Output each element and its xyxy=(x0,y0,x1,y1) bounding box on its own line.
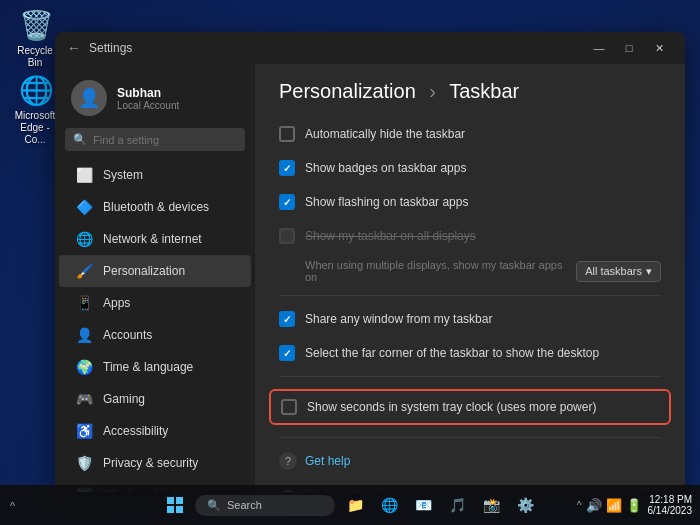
setting-show-seconds: Show seconds in system tray clock (uses … xyxy=(269,389,671,425)
sidebar-item-time[interactable]: 🌍 Time & language xyxy=(59,351,251,383)
start-button[interactable] xyxy=(161,491,189,519)
sidebar-label-accounts: Accounts xyxy=(103,328,152,342)
setting-share-window: Share any window from my taskbar xyxy=(279,304,661,334)
back-button[interactable]: ← xyxy=(67,40,81,56)
taskbar-left: ^ xyxy=(8,491,28,519)
user-profile[interactable]: 👤 Subhan Local Account xyxy=(55,72,255,128)
all-taskbars-dropdown[interactable]: All taskbars ▾ xyxy=(576,261,661,282)
get-help-row[interactable]: ? Get help xyxy=(279,446,661,476)
svg-rect-2 xyxy=(176,497,183,504)
apps-icon: 📱 xyxy=(75,294,93,312)
sidebar-item-network[interactable]: 🌐 Network & internet xyxy=(59,223,251,255)
bluetooth-icon: 🔷 xyxy=(75,198,93,216)
checkbox-badges[interactable] xyxy=(279,160,295,176)
window-title: Settings xyxy=(89,41,585,55)
edge-label: Microsoft Edge - Co... xyxy=(9,110,61,146)
accessibility-icon: ♿ xyxy=(75,422,93,440)
setting-flashing: Show flashing on taskbar apps xyxy=(279,187,661,217)
sidebar-item-system[interactable]: ⬜ System xyxy=(59,159,251,191)
tray-expand-icon[interactable]: ^ xyxy=(577,500,582,511)
sidebar-label-personalization: Personalization xyxy=(103,264,185,278)
settings-window: ← Settings — □ ✕ 👤 Subhan Local Account xyxy=(55,32,685,492)
checkbox-multiple-displays[interactable] xyxy=(279,228,295,244)
sidebar-label-privacy: Privacy & security xyxy=(103,456,198,470)
checkbox-share-window[interactable] xyxy=(279,311,295,327)
breadcrumb1: Personalization xyxy=(279,80,416,102)
sidebar-label-time: Time & language xyxy=(103,360,193,374)
get-help-link[interactable]: Get help xyxy=(305,454,350,468)
taskbar-search-icon: 🔍 xyxy=(207,499,221,512)
sidebar-item-accessibility[interactable]: ♿ Accessibility xyxy=(59,415,251,447)
privacy-icon: 🛡️ xyxy=(75,454,93,472)
wifi-icon[interactable]: 📶 xyxy=(606,498,622,513)
setting-far-corner: Select the far corner of the taskbar to … xyxy=(279,338,661,368)
gaming-icon: 🎮 xyxy=(75,390,93,408)
svg-rect-3 xyxy=(167,506,174,513)
personalization-icon: 🖌️ xyxy=(75,262,93,280)
sidebar-label-system: System xyxy=(103,168,143,182)
windows-icon xyxy=(166,496,184,514)
svg-rect-4 xyxy=(176,506,183,513)
user-info: Subhan Local Account xyxy=(117,86,179,111)
sidebar-item-apps[interactable]: 📱 Apps xyxy=(59,287,251,319)
speaker-icon[interactable]: 🔊 xyxy=(586,498,602,513)
minimize-button[interactable]: — xyxy=(585,38,613,58)
sidebar-label-gaming: Gaming xyxy=(103,392,145,406)
system-icon: ⬜ xyxy=(75,166,93,184)
label-show-seconds: Show seconds in system tray clock (uses … xyxy=(307,400,659,414)
search-input[interactable] xyxy=(93,134,237,146)
sidebar-label-network: Network & internet xyxy=(103,232,202,246)
sidebar-item-accounts[interactable]: 👤 Accounts xyxy=(59,319,251,351)
svg-rect-1 xyxy=(167,497,174,504)
sidebar-item-personalization[interactable]: 🖌️ Personalization xyxy=(59,255,251,287)
recycle-bin-label: Recycle Bin xyxy=(9,45,61,69)
taskbar-center: 🔍 Search 📁 🌐 📧 🎵 📸 ⚙️ xyxy=(161,491,539,519)
battery-icon[interactable]: 🔋 xyxy=(626,498,642,513)
setting-auto-hide: Automatically hide the taskbar xyxy=(279,119,661,149)
sidebar-item-bluetooth[interactable]: 🔷 Bluetooth & devices xyxy=(59,191,251,223)
label-share-window: Share any window from my taskbar xyxy=(305,312,661,326)
taskbar-photos-icon[interactable]: 📸 xyxy=(477,491,505,519)
label-far-corner: Select the far corner of the taskbar to … xyxy=(305,346,661,360)
time-icon: 🌍 xyxy=(75,358,93,376)
title-bar: ← Settings — □ ✕ xyxy=(55,32,685,64)
taskbar-edge-icon[interactable]: 🌐 xyxy=(375,491,403,519)
sidebar-label-accessibility: Accessibility xyxy=(103,424,168,438)
dropdown-value: All taskbars xyxy=(585,265,642,277)
taskbar-right: ^ 🔊 📶 🔋 12:18 PM 6/14/2023 xyxy=(577,494,692,516)
get-help-icon: ? xyxy=(279,452,297,470)
dropdown-chevron: ▾ xyxy=(646,265,652,278)
sidebar-item-gaming[interactable]: 🎮 Gaming xyxy=(59,383,251,415)
divider1 xyxy=(279,295,661,296)
taskbar-search[interactable]: 🔍 Search xyxy=(195,495,335,516)
taskbar-mail-icon[interactable]: 📧 xyxy=(409,491,437,519)
taskbar-music-icon[interactable]: 🎵 xyxy=(443,491,471,519)
taskbar: ^ 🔍 Search 📁 🌐 📧 � xyxy=(0,485,700,525)
user-type: Local Account xyxy=(117,100,179,111)
taskbar-apps-icon[interactable]: 📁 xyxy=(341,491,369,519)
checkbox-show-seconds[interactable] xyxy=(281,399,297,415)
taskbar-settings-icon[interactable]: ⚙️ xyxy=(511,491,539,519)
label-badges: Show badges on taskbar apps xyxy=(305,161,661,175)
setting-badges: Show badges on taskbar apps xyxy=(279,153,661,183)
setting-multiple-displays: Show my taskbar on all displays xyxy=(279,221,661,251)
time-display[interactable]: 12:18 PM 6/14/2023 xyxy=(648,494,693,516)
checkbox-flashing[interactable] xyxy=(279,194,295,210)
maximize-button[interactable]: □ xyxy=(615,38,643,58)
taskbar-search-label: Search xyxy=(227,499,262,511)
breadcrumb2: Taskbar xyxy=(449,80,519,102)
divider2 xyxy=(279,376,661,377)
sidebar-item-privacy[interactable]: 🛡️ Privacy & security xyxy=(59,447,251,479)
sidebar-search[interactable]: 🔍 xyxy=(65,128,245,151)
accounts-icon: 👤 xyxy=(75,326,93,344)
main-content: Personalization › Taskbar Automatically … xyxy=(255,64,685,492)
label-auto-hide: Automatically hide the taskbar xyxy=(305,127,661,141)
search-icon: 🔍 xyxy=(73,133,87,146)
breadcrumb-separator: › xyxy=(429,80,436,102)
clock-date: 6/14/2023 xyxy=(648,505,693,516)
system-tray: ^ 🔊 📶 🔋 xyxy=(577,498,642,513)
checkbox-far-corner[interactable] xyxy=(279,345,295,361)
close-button[interactable]: ✕ xyxy=(645,38,673,58)
label-flashing: Show flashing on taskbar apps xyxy=(305,195,661,209)
checkbox-auto-hide[interactable] xyxy=(279,126,295,142)
